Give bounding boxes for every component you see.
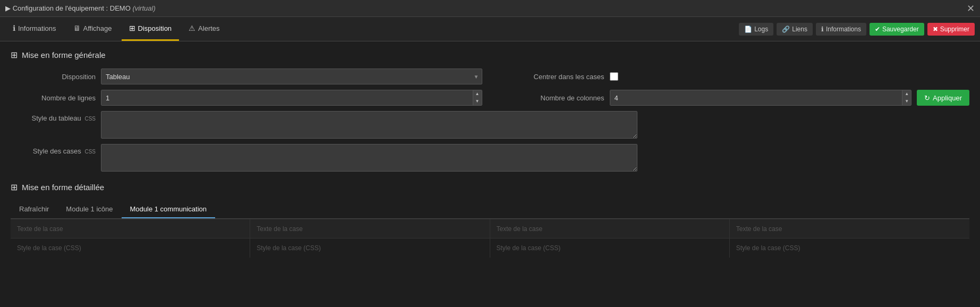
tab-alertes[interactable]: ⚠ Alertes bbox=[181, 17, 227, 41]
style-tableau-row: Style du tableau CSS bbox=[11, 111, 969, 139]
style-tableau-css-label: CSS bbox=[84, 116, 96, 122]
tab-affichage-label: Affichage bbox=[83, 24, 112, 32]
cell-2 bbox=[250, 219, 490, 258]
cell-4-style[interactable] bbox=[730, 238, 969, 258]
section2: ⊞ Mise en forme détaillée Rafraîchir Mod… bbox=[11, 182, 969, 258]
style-tableau-label: Style du tableau CSS bbox=[11, 114, 96, 122]
cell-3-style[interactable] bbox=[490, 238, 729, 258]
logs-button[interactable]: 📄 Logs bbox=[739, 23, 773, 36]
subtab-module1-communication[interactable]: Module 1 communication bbox=[122, 201, 216, 218]
title-italic: (virtual) bbox=[132, 4, 155, 12]
cell-1-style[interactable] bbox=[11, 238, 250, 258]
style-cases-css-label: CSS bbox=[84, 149, 96, 155]
top-nav: ℹ Informations 🖥 Affichage ⊞ Disposition… bbox=[0, 17, 980, 41]
tab-affichage[interactable]: 🖥 Affichage bbox=[66, 17, 120, 41]
section2-header: ⊞ Mise en forme détaillée bbox=[11, 182, 969, 192]
nav-tabs: ℹ Informations 🖥 Affichage ⊞ Disposition… bbox=[5, 17, 227, 41]
style-cases-textarea[interactable] bbox=[101, 144, 637, 172]
style-tableau-textarea[interactable] bbox=[101, 111, 637, 139]
section1-title: Mise en forme générale bbox=[22, 50, 106, 59]
info-icon: ℹ bbox=[13, 24, 15, 32]
tab-informations-label: Informations bbox=[18, 24, 56, 32]
subtab-module1-icone-label: Module 1 icône bbox=[66, 205, 113, 213]
nb-colonnes-spinner: ▲ ▼ bbox=[610, 90, 912, 106]
cell-4-text[interactable] bbox=[730, 219, 969, 238]
subtab-module1-icone[interactable]: Module 1 icône bbox=[57, 201, 121, 218]
bottom-grid bbox=[11, 219, 969, 258]
nb-lignes-up[interactable]: ▲ bbox=[473, 90, 482, 98]
cell-1-text[interactable] bbox=[11, 219, 250, 238]
nb-colonnes-input[interactable] bbox=[610, 90, 902, 105]
style-cases-row: Style des cases CSS bbox=[11, 144, 969, 172]
informations-icon: ℹ bbox=[821, 25, 824, 33]
check-icon: ✔ bbox=[875, 25, 880, 33]
cell-3-text[interactable] bbox=[490, 219, 729, 238]
section1-icon: ⊞ bbox=[11, 50, 18, 60]
cell-3 bbox=[490, 219, 730, 258]
disposition-select-wrapper: Tableau Grille Libre ▼ bbox=[101, 69, 482, 84]
informations-label: Informations bbox=[826, 25, 861, 33]
style-cases-label: Style des cases CSS bbox=[11, 147, 96, 155]
subtab-module1-communication-label: Module 1 communication bbox=[130, 205, 207, 213]
tab-disposition-label: Disposition bbox=[138, 24, 172, 32]
nb-lignes-label: Nombre de lignes bbox=[11, 94, 96, 102]
centrer-label: Centrer dans les cases bbox=[498, 73, 604, 81]
disposition-label: Disposition bbox=[11, 73, 96, 81]
close-button[interactable]: ✕ bbox=[967, 4, 975, 13]
cross-icon: ✖ bbox=[933, 25, 938, 33]
main-content: ⊞ Mise en forme générale Disposition Tab… bbox=[0, 41, 980, 266]
appliquer-button[interactable]: ↻ Appliquer bbox=[917, 90, 969, 106]
liens-icon: 🔗 bbox=[782, 25, 790, 33]
supprimer-label: Supprimer bbox=[940, 25, 969, 33]
title-bar: ▶ Configuration de l'équipement : DEMO (… bbox=[0, 0, 980, 17]
grid-icon: ⊞ bbox=[129, 24, 135, 32]
liens-label: Liens bbox=[792, 25, 807, 33]
sauvegarder-label: Sauvegarder bbox=[882, 25, 919, 33]
liens-button[interactable]: 🔗 Liens bbox=[777, 23, 813, 36]
nav-actions: 📄 Logs 🔗 Liens ℹ Informations ✔ Sauvegar… bbox=[739, 23, 975, 36]
section2-icon: ⊞ bbox=[11, 182, 18, 192]
cell-1 bbox=[11, 219, 250, 258]
nb-lignes-input[interactable] bbox=[101, 90, 473, 105]
nb-colonnes-down[interactable]: ▼ bbox=[902, 98, 911, 105]
logs-icon: 📄 bbox=[744, 25, 752, 33]
monitor-icon: 🖥 bbox=[73, 24, 81, 32]
tab-alertes-label: Alertes bbox=[198, 24, 219, 32]
sauvegarder-button[interactable]: ✔ Sauvegarder bbox=[870, 23, 924, 36]
appliquer-label: Appliquer bbox=[933, 94, 962, 102]
cell-2-text[interactable] bbox=[250, 219, 489, 238]
nb-colonnes-up[interactable]: ▲ bbox=[902, 90, 911, 98]
title-text: Configuration de l'équipement : DEMO bbox=[13, 4, 131, 12]
warning-icon: ⚠ bbox=[189, 24, 195, 32]
informations-button[interactable]: ℹ Informations bbox=[816, 23, 866, 36]
subtab-rafraichir-label: Rafraîchir bbox=[19, 205, 49, 213]
supprimer-button[interactable]: ✖ Supprimer bbox=[927, 23, 975, 36]
section1-header: ⊞ Mise en forme générale bbox=[11, 50, 969, 60]
nb-colonnes-spinner-btns: ▲ ▼ bbox=[902, 90, 911, 105]
nb-lignes-spinner-btns: ▲ ▼ bbox=[473, 90, 482, 105]
refresh-icon: ↻ bbox=[924, 94, 930, 102]
subtab-rafraichir[interactable]: Rafraîchir bbox=[11, 201, 57, 218]
nb-lignes-spinner: ▲ ▼ bbox=[101, 90, 482, 106]
tab-informations[interactable]: ℹ Informations bbox=[5, 17, 64, 41]
cell-4 bbox=[730, 219, 969, 258]
logs-label: Logs bbox=[754, 25, 768, 33]
title-bar-text: ▶ Configuration de l'équipement : DEMO (… bbox=[5, 4, 156, 12]
sub-tabs: Rafraîchir Module 1 icône Module 1 commu… bbox=[11, 201, 969, 219]
nb-lignes-down[interactable]: ▼ bbox=[473, 98, 482, 105]
disposition-select[interactable]: Tableau Grille Libre bbox=[101, 69, 482, 84]
tab-disposition[interactable]: ⊞ Disposition bbox=[122, 17, 180, 41]
nb-colonnes-label: Nombre de colonnes bbox=[498, 94, 604, 102]
section2-title: Mise en forme détaillée bbox=[22, 183, 104, 192]
centrer-checkbox[interactable] bbox=[610, 72, 618, 81]
cell-2-style[interactable] bbox=[250, 238, 489, 258]
